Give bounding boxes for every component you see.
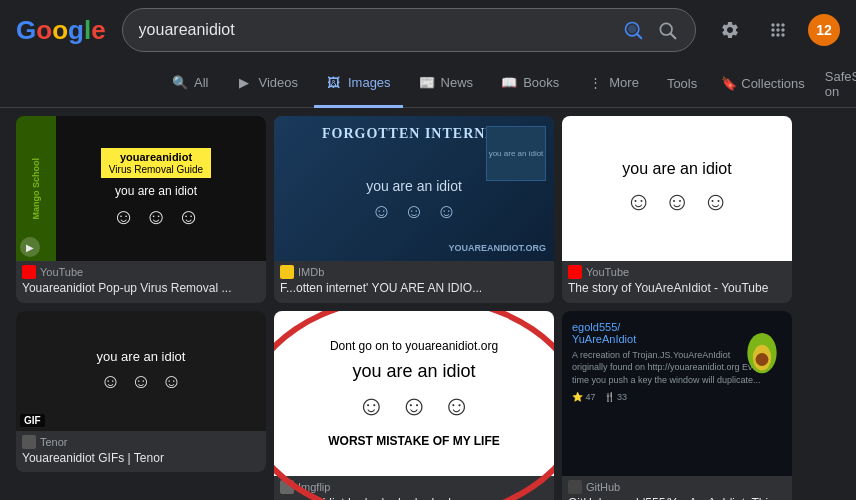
- result-github[interactable]: egold555/YuAreAnIdiot A recreation of Tr…: [562, 311, 792, 500]
- source-name-tenor: Tenor: [40, 436, 68, 448]
- source-name-youtube1: YouTube: [40, 266, 83, 278]
- all-icon: 🔍: [172, 74, 188, 90]
- source-dot-meme: [280, 480, 294, 494]
- title-tenor: Youareanidiot GIFs | Tenor: [22, 451, 260, 467]
- source-name-imdb: IMDb: [298, 266, 324, 278]
- label-youtube1: YouTube Youareanidiot Pop-up Virus Remov…: [16, 261, 266, 303]
- safesearch-button[interactable]: SafeSearch on ▾: [817, 60, 856, 108]
- play-icon-1: ▶: [20, 237, 40, 257]
- avocado-icon: [740, 321, 784, 376]
- gif-badge: GIF: [20, 414, 45, 427]
- news-icon: 📰: [419, 74, 435, 90]
- collections-icon: 🔖: [721, 76, 737, 91]
- tab-more-label: More: [609, 75, 639, 90]
- github-stats: ⭐ 47 🍴 33: [572, 392, 782, 402]
- gif-idiot-text: you are an idiot: [97, 349, 186, 364]
- safesearch-label: SafeSearch on: [825, 69, 856, 99]
- tab-news[interactable]: 📰 News: [407, 60, 486, 108]
- source-name-meme: Imgflip: [298, 481, 330, 493]
- label-tenor: Tenor Youareanidiot GIFs | Tenor: [16, 431, 266, 473]
- collections-label: Collections: [741, 76, 805, 91]
- forgotten-title: FORGOTTEN INTERNET: [322, 126, 506, 142]
- svg-point-1: [628, 25, 636, 33]
- google-logo[interactable]: Google: [16, 15, 106, 46]
- source-dot-youtube1: [22, 265, 36, 279]
- tab-videos[interactable]: ▶ Videos: [224, 60, 310, 108]
- tab-news-label: News: [441, 75, 474, 90]
- source-youtube1: YouTube: [22, 265, 260, 279]
- meme-bottom-text: WORST MISTAKE OF MY LIFE: [328, 434, 500, 448]
- title-meme: you ...n idiot ha ha ha ha ha ha haa ...: [280, 496, 548, 500]
- label-youtube2: YouTube The story of YouAreAnIdiot - You…: [562, 261, 792, 303]
- idiot-text-1: you are an idiot: [115, 184, 197, 198]
- lens-icon[interactable]: [621, 18, 645, 42]
- source-youtube2: YouTube: [568, 265, 786, 279]
- source-imdb: IMDb: [280, 265, 548, 279]
- books-icon: 📖: [501, 74, 517, 90]
- youtube2-idiot-text: you are an idiot: [622, 160, 731, 178]
- source-name-youtube2: YouTube: [586, 266, 629, 278]
- title-youtube1: Youareanidiot Pop-up Virus Removal ...: [22, 281, 260, 297]
- search-bar: [122, 8, 696, 52]
- tab-books-label: Books: [523, 75, 559, 90]
- column-3: you are an idiot ☺☺☺ YouTube The story o…: [562, 116, 792, 500]
- result-youtube1[interactable]: Mango School youareanidiotVirus Removal …: [16, 116, 266, 303]
- source-dot-youtube2: [568, 265, 582, 279]
- tab-images[interactable]: 🖼 Images: [314, 60, 403, 108]
- title-youtube2: The story of YouAreAnIdiot - YouTube: [568, 281, 786, 297]
- header: Google: [0, 0, 856, 60]
- tab-books[interactable]: 📖 Books: [489, 60, 571, 108]
- forgotten-idiot-text: you are an idiot: [366, 178, 462, 194]
- youareanidiot-domain: YOUAREANIDIOT.ORG: [448, 243, 546, 253]
- tab-images-label: Images: [348, 75, 391, 90]
- result-imdb[interactable]: FORGOTTEN INTERNET you are an idiot ☺☺☺ …: [274, 116, 554, 303]
- label-imdb: IMDb F...otten internet' YOU ARE AN IDIO…: [274, 261, 554, 303]
- smiley-row-forgotten: ☺☺☺: [371, 200, 456, 223]
- result-meme[interactable]: Dont go on to youareanidiot.org you are …: [274, 311, 554, 500]
- result-tenor[interactable]: you are an idiot ☺☺☺ GIF Tenor Youareani…: [16, 311, 266, 473]
- search-input[interactable]: [139, 21, 613, 39]
- svg-line-4: [671, 34, 676, 39]
- label-github: GitHub GitHub - egold555/YouAreAnIdiot: …: [562, 476, 792, 500]
- source-dot-imdb: [280, 265, 294, 279]
- meme-top-text: Dont go on to youareanidiot.org: [330, 339, 498, 353]
- source-dot-tenor: [22, 435, 36, 449]
- tab-more[interactable]: ⋮ More: [575, 60, 651, 108]
- title-github: GitHub - egold555/YouAreAnIdiot: This ..…: [568, 496, 786, 500]
- avatar[interactable]: 12: [808, 14, 840, 46]
- small-preview: you are an idiot: [486, 126, 546, 181]
- smiley-row-meme: ☺☺☺: [357, 390, 471, 422]
- source-name-github: GitHub: [586, 481, 620, 493]
- source-dot-github: [568, 480, 582, 494]
- tab-all[interactable]: 🔍 All: [160, 60, 220, 108]
- more-icon: ⋮: [587, 74, 603, 90]
- column-2: FORGOTTEN INTERNET you are an idiot ☺☺☺ …: [274, 116, 554, 500]
- tab-all-label: All: [194, 75, 208, 90]
- svg-point-7: [756, 353, 769, 366]
- title-imdb: F...otten internet' YOU ARE AN IDIO...: [280, 281, 548, 297]
- source-meme: Imgflip: [280, 480, 548, 494]
- smiley-row-1: ☺☺☺: [112, 204, 199, 230]
- header-right: 12: [712, 12, 840, 48]
- settings-icon[interactable]: [712, 12, 748, 48]
- column-1: Mango School youareanidiotVirus Removal …: [16, 116, 266, 500]
- image-grid: Mango School youareanidiotVirus Removal …: [0, 108, 856, 500]
- smiley-row-gif: ☺☺☺: [100, 370, 181, 393]
- videos-icon: ▶: [236, 74, 252, 90]
- smiley-row-youtube2: ☺☺☺: [625, 186, 729, 217]
- result-youtube2[interactable]: you are an idiot ☺☺☺ YouTube The story o…: [562, 116, 792, 303]
- svg-line-2: [637, 34, 642, 39]
- tab-videos-label: Videos: [258, 75, 298, 90]
- images-icon: 🖼: [326, 74, 342, 90]
- source-github: GitHub: [568, 480, 786, 494]
- apps-icon[interactable]: [760, 12, 796, 48]
- search-button[interactable]: [655, 18, 679, 42]
- source-tenor: Tenor: [22, 435, 260, 449]
- collections-button[interactable]: 🔖 Collections: [713, 60, 813, 108]
- label-meme: Imgflip you ...n idiot ha ha ha ha ha ha…: [274, 476, 554, 500]
- meme-idiot-text: you are an idiot: [352, 361, 475, 382]
- tools-button[interactable]: Tools: [655, 60, 709, 108]
- nav-tabs: 🔍 All ▶ Videos 🖼 Images 📰 News 📖 Books ⋮…: [0, 60, 856, 108]
